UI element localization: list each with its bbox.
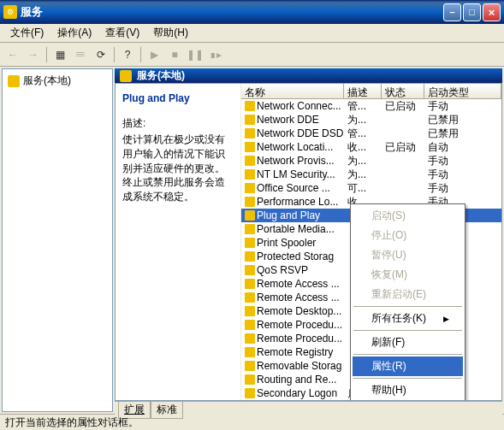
toolbar: ← → ▦ 𝄘 ⟳ ? ▶ ■ ❚❚ ∎▸ <box>0 43 504 67</box>
svc-name: Network Connec... <box>257 100 341 112</box>
separator <box>353 330 462 331</box>
separator <box>353 306 462 307</box>
svc-name: Remote Procedu... <box>257 333 342 345</box>
tree-root-label: 服务(本地) <box>23 74 71 88</box>
service-icon <box>245 347 255 357</box>
svc-name: Remote Procedu... <box>257 319 342 331</box>
svc-startup: 已禁用 <box>424 113 501 127</box>
svc-name: Protected Storag <box>257 250 334 262</box>
properties-icon[interactable]: ▦ <box>50 45 69 64</box>
close-button[interactable]: × <box>483 3 501 21</box>
svc-desc: 为... <box>344 154 382 168</box>
separator <box>353 378 462 379</box>
gear-icon <box>120 70 132 82</box>
ctx-refresh[interactable]: 刷新(F) <box>353 333 463 352</box>
svc-status: 已启动 <box>382 140 424 155</box>
service-row[interactable]: Network Provis...为...手动 <box>241 154 501 168</box>
svc-name: NT LM Security... <box>257 168 335 180</box>
svc-startup: 自动 <box>424 140 501 155</box>
window-buttons: – □ × <box>443 3 501 21</box>
separator <box>140 47 141 62</box>
service-icon <box>245 128 255 138</box>
ctx-all-tasks[interactable]: 所有任务(K)▶ <box>353 309 463 328</box>
desc-label: 描述: <box>122 116 234 131</box>
chevron-right-icon: ▶ <box>443 315 449 323</box>
svc-desc: 管... <box>344 127 382 141</box>
service-icon <box>245 224 255 234</box>
service-row[interactable]: Office Source ...可...手动 <box>241 181 501 195</box>
service-row[interactable]: Network Locati...收...已启动自动 <box>241 140 501 154</box>
stop-service-icon[interactable]: ■ <box>165 45 184 64</box>
help-icon[interactable]: ? <box>118 45 137 64</box>
menu-file[interactable]: 文件(F) <box>3 24 50 42</box>
separator <box>46 47 47 62</box>
service-icon <box>245 101 255 111</box>
service-icon <box>245 388 255 398</box>
tree-pane[interactable]: 服务(本地) <box>2 68 113 412</box>
separator <box>114 47 115 62</box>
svc-name: Network DDE <box>257 114 319 126</box>
service-row[interactable]: Network DDE DSDM管...已禁用 <box>241 127 501 140</box>
menu-view[interactable]: 查看(V) <box>98 24 146 42</box>
window-title: 服务 <box>21 4 443 20</box>
ctx-restart[interactable]: 重新启动(E) <box>353 285 463 304</box>
ctx-pause[interactable]: 暂停(U) <box>353 245 463 265</box>
ctx-properties[interactable]: 属性(R) <box>353 356 463 376</box>
service-icon <box>245 210 255 221</box>
service-row[interactable]: NT LM Security...为...手动 <box>241 168 501 181</box>
service-row[interactable]: Network Connec...管...已启动手动 <box>241 99 501 113</box>
col-status[interactable]: 状态 <box>382 84 424 98</box>
service-icon <box>245 197 255 207</box>
tab-standard[interactable]: 标准 <box>151 402 183 419</box>
back-button[interactable]: ← <box>3 45 22 64</box>
start-service-icon[interactable]: ▶ <box>145 45 163 64</box>
service-icon <box>245 265 255 275</box>
svc-name: Remote Desktop... <box>257 305 341 317</box>
service-row[interactable]: Network DDE为...已禁用 <box>241 113 501 127</box>
ctx-resume[interactable]: 恢复(M) <box>353 265 463 285</box>
gear-icon <box>8 75 20 87</box>
menu-help[interactable]: 帮助(H) <box>146 24 195 42</box>
ctx-start[interactable]: 启动(S) <box>353 206 463 226</box>
svc-startup: 手动 <box>424 99 501 114</box>
svc-name: Removable Storag <box>257 360 341 372</box>
svc-name: Performance Lo... <box>257 196 338 208</box>
svc-desc: 为... <box>344 113 382 127</box>
service-icon <box>245 238 255 248</box>
tree-root-item[interactable]: 服务(本地) <box>6 73 109 89</box>
refresh-icon[interactable]: ⟳ <box>92 45 110 64</box>
app-icon: ⚙ <box>3 5 17 19</box>
service-icon <box>245 361 255 371</box>
menubar: 文件(F) 操作(A) 查看(V) 帮助(H) <box>0 24 504 43</box>
svc-name: Routing and Re... <box>257 374 336 386</box>
ctx-help[interactable]: 帮助(H) <box>353 380 463 400</box>
service-list: 名称 描述 状态 启动类型 Network Connec...管...已启动手动… <box>241 84 501 400</box>
right-pane: 服务(本地) Plug and Play 描述: 使计算机在极少或没有用户输入的… <box>115 68 502 412</box>
content-area: 服务(本地) 服务(本地) Plug and Play 描述: 使计算机在极少或… <box>0 67 504 414</box>
pause-service-icon[interactable]: ❚❚ <box>186 45 205 64</box>
pane-header: 服务(本地) <box>115 68 502 83</box>
col-name[interactable]: 名称 <box>241 84 344 98</box>
svc-desc: 收... <box>344 140 382 155</box>
export-icon[interactable]: 𝄘 <box>71 45 90 64</box>
col-startup[interactable]: 启动类型 <box>424 84 501 98</box>
restart-service-icon[interactable]: ∎▸ <box>206 45 225 64</box>
svc-startup: 手动 <box>424 168 501 182</box>
pane-header-label: 服务(本地) <box>137 68 185 83</box>
col-desc[interactable]: 描述 <box>344 84 382 98</box>
service-icon <box>245 169 255 180</box>
svc-name: Portable Media... <box>257 223 335 235</box>
list-header: 名称 描述 状态 启动类型 <box>241 84 501 99</box>
maximize-button[interactable]: □ <box>463 3 481 21</box>
svc-name: Plug and Play <box>257 209 320 221</box>
svc-startup: 已禁用 <box>424 127 501 141</box>
service-icon <box>245 115 255 125</box>
svc-name: Network Locati... <box>257 141 333 153</box>
status-text: 打开当前选择的属性对话框。 <box>5 415 139 430</box>
ctx-stop[interactable]: 停止(O) <box>353 226 463 245</box>
menu-action[interactable]: 操作(A) <box>50 24 98 42</box>
forward-button[interactable]: → <box>24 45 43 64</box>
separator <box>353 354 462 355</box>
service-icon <box>245 320 255 330</box>
minimize-button[interactable]: – <box>443 3 461 21</box>
